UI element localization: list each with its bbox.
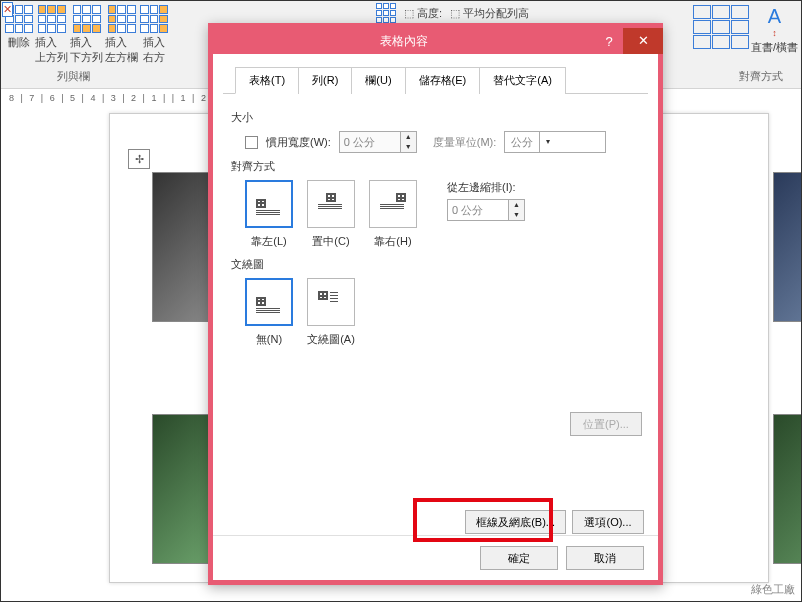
pref-width-input[interactable] xyxy=(340,132,400,152)
image-thumb xyxy=(152,172,212,322)
tab-row[interactable]: 列(R) xyxy=(298,67,352,94)
dialog-titlebar: 表格內容 ? ✕ xyxy=(213,28,658,54)
image-thumb xyxy=(773,172,802,322)
align-center-option[interactable]: 置中(C) xyxy=(307,180,355,249)
cancel-button[interactable]: 取消 xyxy=(566,546,644,570)
ribbon-right: A ↕ 直書/橫書 xyxy=(693,5,798,55)
pref-width-checkbox[interactable] xyxy=(245,136,258,149)
dialog-title: 表格內容 xyxy=(213,33,595,50)
ribbon-insert-left[interactable]: 插入 左方欄 xyxy=(105,5,138,65)
ribbon-insert-right[interactable]: 插入 右方 xyxy=(140,5,168,65)
watermark: 綠色工廠 xyxy=(751,582,795,597)
options-button[interactable]: 選項(O)... xyxy=(572,510,644,534)
wrap-none-option[interactable]: 無(N) xyxy=(245,278,293,347)
align-right-option[interactable]: 靠右(H) xyxy=(369,180,417,249)
table-properties-dialog: 表格內容 ? ✕ 表格(T) 列(R) 欄(U) 儲存格(E) 替代文字(A) … xyxy=(208,23,663,585)
dialog-tabs: 表格(T) 列(R) 欄(U) 儲存格(E) 替代文字(A) xyxy=(223,54,648,94)
pref-width-spinner[interactable]: ▲▼ xyxy=(339,131,417,153)
tab-cell[interactable]: 儲存格(E) xyxy=(405,67,481,94)
ribbon-delete[interactable]: ✕ 刪除 xyxy=(5,5,33,65)
ok-button[interactable]: 確定 xyxy=(480,546,558,570)
anchor-icon: ✢ xyxy=(128,149,150,169)
wrap-around-option[interactable]: 文繞圖(A) xyxy=(307,278,355,347)
wrap-section: 文繞圖 xyxy=(231,257,640,272)
size-section: 大小 xyxy=(231,110,640,125)
unit-dropdown[interactable]: 公分 ▾ xyxy=(504,131,606,153)
indent-spinner[interactable]: ▲▼ xyxy=(447,199,525,221)
help-button[interactable]: ? xyxy=(595,34,623,49)
dialog-content: 大小 慣用寬度(W): ▲▼ 度量單位(M): 公分 ▾ 對齊方式 靠左(L) … xyxy=(213,94,658,359)
ribbon-insert-below[interactable]: 插入 下方列 xyxy=(70,5,103,65)
ribbon-insert-above[interactable]: 插入 上方列 xyxy=(35,5,68,65)
tab-col[interactable]: 欄(U) xyxy=(351,67,405,94)
align-section: 對齊方式 xyxy=(231,159,640,174)
dialog-footer: 確定 取消 xyxy=(213,535,658,580)
close-button[interactable]: ✕ xyxy=(623,28,663,54)
image-thumb xyxy=(152,414,212,564)
tab-table[interactable]: 表格(T) xyxy=(235,67,299,94)
ribbon-vertical[interactable]: A ↕ 直書/橫書 xyxy=(751,5,798,55)
indent-label: 從左邊縮排(I): xyxy=(447,180,525,195)
image-thumb xyxy=(773,414,802,564)
align-left-option[interactable]: 靠左(L) xyxy=(245,180,293,249)
unit-label: 度量單位(M): xyxy=(433,135,497,150)
pref-width-label: 慣用寬度(W): xyxy=(266,135,331,150)
ribbon-section-rowscols: 列與欄 xyxy=(57,69,90,86)
ribbon-mid: ⬚ 高度: ⬚ 平均分配列高 xyxy=(376,3,529,23)
ribbon-section-align: 對齊方式 xyxy=(739,69,783,86)
tab-alt[interactable]: 替代文字(A) xyxy=(479,67,566,94)
indent-input[interactable] xyxy=(448,200,508,220)
borders-button[interactable]: 框線及網底(B)... xyxy=(465,510,566,534)
position-button: 位置(P)... xyxy=(570,412,642,436)
